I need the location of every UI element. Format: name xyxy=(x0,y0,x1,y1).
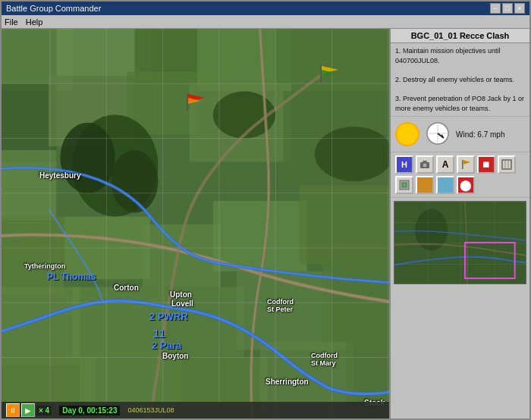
close-button[interactable]: × xyxy=(514,3,525,14)
svg-rect-16 xyxy=(2,150,56,221)
svg-rect-22 xyxy=(213,201,307,271)
minimap-btn1[interactable] xyxy=(498,155,516,174)
minimap[interactable] xyxy=(394,201,526,284)
date-display: 0406153JUL08 xyxy=(127,406,174,414)
red-button[interactable]: ⬤ xyxy=(457,176,475,194)
menu-help[interactable]: Help xyxy=(26,17,43,27)
map-area[interactable]: Heytesbury Tytherington PL Thomas Corton… xyxy=(2,29,389,418)
svg-rect-24 xyxy=(72,287,166,358)
svg-rect-62 xyxy=(462,160,463,169)
map-background xyxy=(2,29,389,418)
main-content: Heytesbury Tytherington PL Thomas Corton… xyxy=(2,29,529,418)
svg-rect-68 xyxy=(402,183,407,187)
play-button[interactable]: ▶ xyxy=(21,403,35,417)
bottom-bar: ⏸ ▶ × 4 Day 0, 00:15:23 0406153JUL08 xyxy=(2,402,389,418)
app-window: Battle Group Commander − □ × File Help xyxy=(0,0,531,420)
svg-rect-17 xyxy=(2,217,64,295)
svg-rect-48 xyxy=(187,93,188,111)
enemy-flag[interactable] xyxy=(185,93,203,108)
svg-point-60 xyxy=(423,164,427,168)
sun-icon xyxy=(395,122,419,146)
objectives-text: 1. Maintain mission objectives until 040… xyxy=(395,46,525,113)
unit-info-button[interactable]: H xyxy=(395,155,413,174)
minimize-button[interactable]: − xyxy=(490,3,501,14)
camera-button[interactable] xyxy=(416,155,434,174)
speed-multiplier[interactable]: × 4 xyxy=(36,406,52,415)
text-button[interactable]: A xyxy=(436,155,454,174)
svg-rect-5 xyxy=(275,29,389,99)
menu-file[interactable]: File xyxy=(5,17,18,27)
svg-rect-26 xyxy=(237,271,331,349)
wind-compass xyxy=(426,121,450,147)
toolbar-section: H A ⏹ ⬤ xyxy=(391,152,529,198)
minimap-section xyxy=(391,198,529,418)
title-bar: Battle Group Commander − □ × xyxy=(2,2,529,15)
title-bar-buttons: − □ × xyxy=(490,3,525,14)
time-display: Day 0, 00:15:23 xyxy=(59,406,120,415)
svg-rect-23 xyxy=(299,185,389,263)
maximize-button[interactable]: □ xyxy=(502,3,513,14)
svg-point-13 xyxy=(112,150,159,213)
friendly-flag[interactable] xyxy=(319,65,337,80)
weather-section: Wind: 6.7 mph xyxy=(391,117,529,152)
window-title: Battle Group Commander xyxy=(6,4,101,13)
flag-button[interactable] xyxy=(457,155,475,174)
objectives-area: 1. Maintain mission objectives until 040… xyxy=(391,43,529,117)
wind-text: Wind: 6.7 mph xyxy=(456,130,504,139)
minimap-btn2[interactable] xyxy=(395,176,413,194)
stop-button[interactable]: ⏹ xyxy=(477,155,495,174)
color-btn2[interactable] xyxy=(436,176,454,194)
svg-marker-63 xyxy=(463,160,471,165)
speed-controls: ⏸ ▶ × 4 xyxy=(6,403,52,417)
svg-rect-64 xyxy=(502,160,511,169)
menu-bar: File Help xyxy=(2,15,529,29)
scenario-title: BGC_01_01 Recce Clash xyxy=(391,29,529,43)
svg-rect-61 xyxy=(423,161,427,162)
svg-rect-51 xyxy=(320,65,322,83)
pause-button[interactable]: ⏸ xyxy=(6,403,20,417)
right-panel: BGC_01_01 Recce Clash 1. Maintain missio… xyxy=(389,29,529,418)
color-btn1[interactable] xyxy=(416,176,434,194)
